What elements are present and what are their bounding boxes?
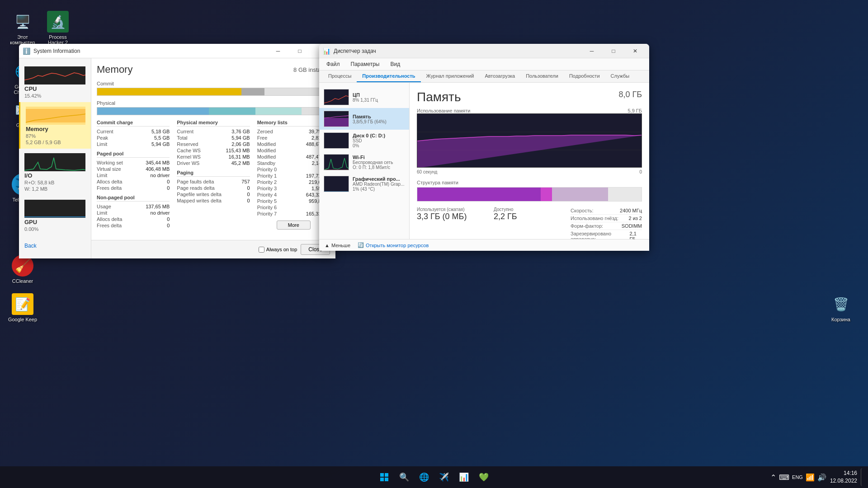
- tm-used-label: Используется (сжатая): [417, 207, 488, 212]
- sysinfo-minimize-button[interactable]: ─: [268, 44, 288, 58]
- desktop: 🖥️ Этот компьютер 🔬 Process Hacker 2 🌐 G…: [0, 0, 868, 488]
- taskbar-sys-icons: ⌃ ⌨ ENG 📶 🔊: [770, 473, 826, 482]
- taskman-tabs: Процессы Производительность Журнал прило…: [319, 70, 649, 83]
- memory-footer: Always on top Close: [91, 240, 335, 258]
- commit-charge-title: Commit charge: [97, 120, 170, 127]
- cc-peak-row: Peak 5,5 GB: [97, 135, 170, 141]
- svg-rect-17: [380, 478, 384, 481]
- tab-users[interactable]: Пользователи: [520, 70, 564, 82]
- non-paged-pool-title: Non-paged pool: [97, 195, 170, 202]
- physical-label: Physical: [97, 100, 330, 106]
- taskbar-chrome[interactable]: 🌐: [415, 468, 433, 486]
- memory-header: Memory 8 GB installed: [97, 64, 330, 75]
- tm-reserved-label: Зарезервировано аппаратно:: [571, 231, 630, 239]
- struct-free: [608, 188, 642, 201]
- tm-form-value: SODIMM: [622, 223, 642, 229]
- commit-bar-fill: [97, 88, 330, 95]
- tm-memory-graph: [324, 111, 349, 127]
- sysinfo-title: System Information: [33, 48, 268, 54]
- tm-available-value: 2,2 ГБ: [494, 212, 565, 221]
- commit-charge-section: Commit charge Current 5,18 GB Peak 5,5 G…: [97, 120, 170, 230]
- desktop-icon-process-hacker[interactable]: 🔬 Process Hacker 2: [40, 9, 76, 47]
- tm-cpu-graph: [324, 89, 349, 105]
- tm-sidebar-item-disk[interactable]: Диск 0 (C: D:) SSD 0%: [319, 130, 409, 151]
- tm-available-label: Доступно: [494, 207, 565, 212]
- svg-rect-5: [324, 89, 349, 105]
- tm-speed-value: 2400 МГц: [620, 208, 642, 213]
- always-on-top-checkbox[interactable]: Always on top: [259, 247, 297, 253]
- volume-icon[interactable]: 🔊: [817, 473, 826, 482]
- menu-file[interactable]: Файл: [325, 60, 342, 68]
- tm-stats-grid: Используется (сжатая) 3,3 ГБ (0 МБ) Дост…: [417, 207, 642, 239]
- tm-stat-available: Доступно 2,2 ГБ: [494, 207, 565, 239]
- svg-rect-8: [324, 133, 349, 149]
- tm-sidebar-item-cpu[interactable]: ЦП 8% 1,31 ГГц: [319, 86, 409, 108]
- tm-less-button[interactable]: ▲ Меньше: [325, 243, 350, 248]
- more-button[interactable]: More: [277, 221, 311, 230]
- show-desktop-button[interactable]: [861, 468, 864, 486]
- tm-cpu-info: ЦП 8% 1,31 ГГц: [353, 92, 405, 103]
- sidebar-back-button[interactable]: Back: [19, 239, 91, 253]
- sidebar-item-cpu[interactable]: CPU 15.42%: [19, 62, 91, 102]
- tm-memory-info: Память 3,8/5,9 ГБ (64%): [353, 114, 405, 124]
- tm-main-panel: Память 8,0 ГБ Использование памяти 5,9 Г…: [410, 83, 649, 239]
- tm-sidebar-item-wifi[interactable]: Wi-Fi Беспроводная сеть О: 0 П: 1,8 Мбит…: [319, 151, 409, 173]
- cc-current-row: Current 5,18 GB: [97, 128, 170, 135]
- sidebar-item-memory[interactable]: Memory 87% 5,2 GB / 5,9 GB: [19, 102, 91, 149]
- svg-rect-15: [380, 473, 384, 477]
- desktop-icon-recycle-bin[interactable]: 🗑️ Корзина: [823, 291, 859, 324]
- taskbar-clock[interactable]: 14:16 12.08.2022: [830, 469, 857, 485]
- sidebar-item-gpu[interactable]: GPU 0.00%: [19, 195, 91, 235]
- sidebar-item-io[interactable]: I/O R+O: 58,8 kB W: 1,2 MB: [19, 149, 91, 195]
- tm-graph-zero: 0: [639, 169, 642, 174]
- cc-limit-row: Limit 5,94 GB: [97, 141, 170, 147]
- tab-processes[interactable]: Процессы: [323, 70, 357, 82]
- taskman-window-controls: ─ □ ✕: [581, 44, 646, 58]
- desktop-icon-my-computer[interactable]: 🖥️ Этот компьютер: [5, 9, 41, 47]
- memory-usage-chart: [417, 114, 642, 168]
- chevron-up-icon[interactable]: ⌃: [770, 473, 776, 482]
- tm-memory-title: Память: [353, 114, 405, 119]
- taskman-close-button[interactable]: ✕: [625, 44, 646, 58]
- tm-speed-label: Скорость:: [571, 208, 594, 213]
- taskman-maximize-button[interactable]: □: [603, 44, 624, 58]
- tm-sidebar-item-memory[interactable]: Память 3,8/5,9 ГБ (64%): [319, 108, 409, 130]
- tab-app-history[interactable]: Журнал приложений: [421, 70, 480, 82]
- taskbar-telegram[interactable]: ✈️: [435, 468, 453, 486]
- tab-performance[interactable]: Производительность: [357, 70, 420, 82]
- tm-used-value: 3,3 ГБ (0 МБ): [417, 212, 488, 221]
- tm-disk-title: Диск 0 (C: D:): [353, 133, 405, 138]
- memory-title: Memory: [97, 64, 132, 75]
- desktop-icon-google-keep[interactable]: 📝 Google Keep: [5, 291, 41, 324]
- commit-bar-gray: [241, 88, 264, 95]
- svg-rect-10: [324, 176, 349, 192]
- tab-startup[interactable]: Автозагрузка: [479, 70, 520, 82]
- paging-title: Paging: [177, 170, 250, 177]
- cc-current-value: 5,18 GB: [151, 129, 170, 134]
- taskman-minimize-button[interactable]: ─: [581, 44, 602, 58]
- taskbar-monitor[interactable]: 📊: [455, 468, 473, 486]
- taskman-app-icon: 📊: [323, 47, 330, 55]
- svg-rect-0: [24, 66, 85, 84]
- cc-peak-value: 5,5 GB: [154, 135, 170, 141]
- start-button[interactable]: [375, 468, 393, 486]
- search-button[interactable]: 🔍: [395, 468, 413, 486]
- tm-usage-graph: [417, 113, 642, 168]
- menu-params[interactable]: Параметры: [349, 60, 382, 68]
- tm-mem-header: Память 8,0 ГБ: [417, 90, 642, 104]
- menu-view[interactable]: Вид: [388, 60, 402, 68]
- tab-services[interactable]: Службы: [605, 70, 635, 82]
- tm-sidebar-item-gpu[interactable]: Графический про... AMD Radeon(TM) Grap..…: [319, 173, 409, 195]
- always-on-top-input[interactable]: [259, 247, 264, 253]
- tm-wifi-sub: Беспроводная сеть О: 0 П: 1,8 Мбит/с: [353, 160, 405, 170]
- io-graph: [24, 153, 85, 171]
- tm-graph-labels: 60 секунд 0: [417, 169, 642, 174]
- tab-details[interactable]: Подробности: [564, 70, 605, 82]
- commit-bar-yellow: [97, 88, 241, 95]
- tm-open-monitor-link[interactable]: 🔄 Открыть монитор ресурсов: [358, 242, 429, 248]
- usage-header-row: Использование памяти 5,9 ГБ: [417, 108, 642, 113]
- clock-time: 14:16: [830, 469, 857, 477]
- taskbar-green[interactable]: 💚: [475, 468, 493, 486]
- sysinfo-maximize-button[interactable]: □: [289, 44, 310, 58]
- tm-form-label: Форм-фактор:: [571, 223, 603, 229]
